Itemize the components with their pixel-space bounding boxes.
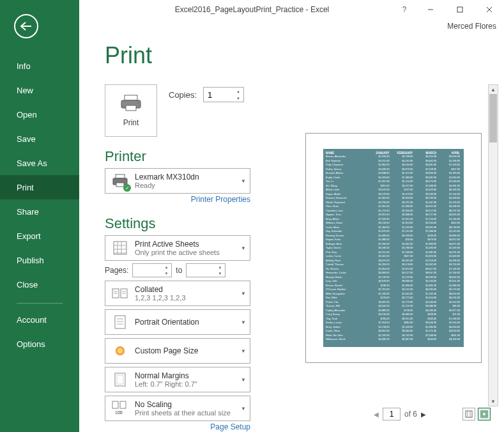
print-preview: ▲ ▼ NAMEJANUARYFEBRUARYMARCHAPRILBarnes,…: [284, 83, 501, 422]
page-size-dropdown[interactable]: Custom Page Size ▼: [105, 338, 250, 364]
maximize-button[interactable]: [445, 0, 475, 19]
sidebar-divider: [17, 303, 63, 304]
svg-rect-30: [120, 401, 126, 408]
app-title: Excel2016_PageLayoutPrint_Practice - Exc…: [175, 5, 329, 14]
spinner-up-icon[interactable]: ▲: [161, 264, 171, 270]
scaling-dropdown[interactable]: 100 No Scaling Print sheets at their act…: [105, 396, 250, 421]
current-page-input[interactable]: [383, 408, 401, 420]
collate-icon: [112, 286, 128, 300]
sheet-icon: [112, 240, 128, 256]
printer-properties-link[interactable]: Printer Properties: [105, 195, 250, 204]
svg-rect-8: [116, 174, 125, 178]
margins-toggle-icon: [465, 410, 473, 418]
svg-point-7: [137, 102, 139, 104]
sidebar-item-export[interactable]: Export: [0, 224, 79, 248]
user-name[interactable]: Merced Flores: [447, 22, 496, 31]
prev-page-button[interactable]: ◀: [374, 411, 379, 418]
printer-ready-badge-icon: ✓: [123, 184, 131, 192]
print-area-dropdown[interactable]: Print Active Sheets Only print the activ…: [105, 235, 250, 261]
copies-label: Copies:: [169, 90, 197, 100]
help-button[interactable]: ?: [393, 0, 416, 19]
custom-size-icon: [116, 346, 125, 355]
sidebar-item-account[interactable]: Account: [0, 307, 79, 332]
page-title: Print: [105, 42, 504, 69]
preview-scrollbar[interactable]: ▲ ▼: [488, 84, 498, 406]
zoom-to-page-button[interactable]: [478, 408, 491, 420]
orientation-dropdown[interactable]: Portrait Orientation ▼: [105, 309, 250, 335]
printer-status: Ready: [135, 181, 245, 189]
pages-to-spinner[interactable]: ▲▼: [186, 263, 225, 277]
sidebar-item-new[interactable]: New: [0, 78, 79, 102]
svg-rect-29: [112, 401, 118, 408]
pages-from-spinner[interactable]: ▲▼: [132, 263, 172, 277]
spinner-down-icon[interactable]: ▼: [233, 95, 243, 102]
svg-rect-11: [114, 242, 126, 254]
minimize-button[interactable]: [416, 0, 445, 19]
svg-rect-32: [466, 411, 472, 417]
sidebar-item-print[interactable]: Print: [0, 175, 79, 199]
scaling-icon: 100: [112, 401, 128, 416]
svg-rect-6: [126, 105, 136, 111]
zoom-page-icon: [480, 410, 488, 418]
pages-label: Pages:: [105, 266, 128, 275]
back-button[interactable]: [14, 14, 38, 38]
page-setup-link[interactable]: Page Setup: [105, 422, 250, 431]
table-row: Williamson, Derek$4,339.00$6,307.00$643.…: [326, 337, 461, 342]
close-icon: [486, 6, 493, 13]
chevron-down-icon: ▼: [241, 320, 246, 325]
printer-dropdown[interactable]: ✓ Lexmark MX310dn Ready ▼: [105, 168, 250, 194]
svg-text:100: 100: [115, 410, 123, 415]
spinner-down-icon[interactable]: ▼: [161, 270, 171, 277]
margins-icon: [114, 372, 126, 387]
chevron-down-icon: ▼: [241, 245, 246, 251]
preview-page: NAMEJANUARYFEBRUARYMARCHAPRILBarnes, Ale…: [305, 133, 482, 363]
sidebar-item-save[interactable]: Save: [0, 127, 79, 151]
sidebar-item-save-as[interactable]: Save As: [0, 151, 79, 175]
sidebar-item-info[interactable]: Info: [0, 54, 79, 78]
backstage-sidebar: InfoNewOpenSaveSave AsPrintShareExportPu…: [0, 0, 79, 432]
sidebar-item-open[interactable]: Open: [0, 102, 79, 127]
chevron-down-icon: ▼: [241, 406, 246, 412]
total-pages-label: of 6: [404, 410, 417, 419]
copies-spinner[interactable]: 1 ▲▼: [203, 87, 244, 102]
svg-rect-36: [482, 412, 486, 416]
close-button[interactable]: [475, 0, 504, 19]
svg-rect-23: [115, 316, 125, 328]
maximize-icon: [457, 6, 463, 13]
back-arrow-icon: [20, 22, 32, 31]
printer-name: Lexmark MX310dn: [135, 173, 245, 181]
preview-sheet-content: NAMEJANUARYFEBRUARYMARCHAPRILBarnes, Ale…: [323, 149, 464, 347]
sidebar-item-options[interactable]: Options: [0, 332, 79, 356]
spinner-up-icon[interactable]: ▲: [233, 88, 243, 95]
collate-dropdown[interactable]: Collated 1,2,3 1,2,3 1,2,3 ▼: [105, 281, 250, 306]
sidebar-item-publish[interactable]: Publish: [0, 248, 79, 272]
scrollbar-thumb[interactable]: [489, 94, 497, 143]
window-controls: ?: [393, 0, 504, 19]
scroll-up-icon[interactable]: ▲: [489, 85, 498, 94]
svg-rect-10: [116, 183, 124, 187]
sidebar-item-close[interactable]: Close: [0, 272, 79, 297]
svg-rect-1: [457, 7, 462, 12]
scroll-down-icon[interactable]: ▼: [489, 397, 498, 406]
chevron-down-icon: ▼: [241, 377, 246, 383]
portrait-icon: [114, 314, 126, 330]
print-button[interactable]: Print: [105, 84, 157, 137]
to-label: to: [176, 266, 182, 275]
spinner-down-icon[interactable]: ▼: [215, 270, 225, 277]
copies-value: 1: [208, 90, 212, 100]
svg-rect-4: [125, 95, 137, 100]
print-tile-label: Print: [123, 118, 139, 127]
chevron-down-icon: ▼: [241, 291, 246, 297]
printer-icon: [119, 94, 142, 112]
chevron-down-icon: ▼: [241, 348, 246, 354]
chevron-down-icon: ▼: [241, 178, 246, 184]
sidebar-item-share[interactable]: Share: [0, 199, 79, 224]
margins-dropdown[interactable]: Normal Margins Left: 0.7" Right: 0.7" ▼: [105, 367, 250, 392]
minimize-icon: [427, 6, 434, 13]
spinner-up-icon[interactable]: ▲: [215, 264, 225, 270]
next-page-button[interactable]: ▶: [421, 411, 426, 418]
show-margins-button[interactable]: [462, 408, 475, 420]
